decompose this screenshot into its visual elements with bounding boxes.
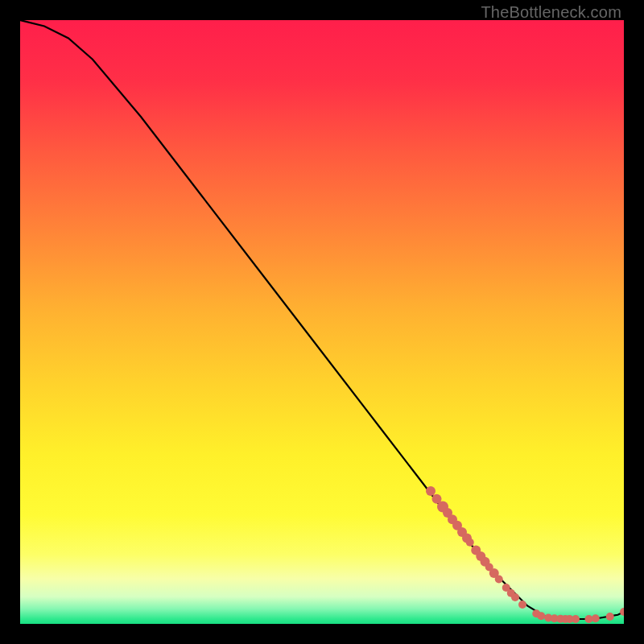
- scatter-point: [572, 615, 580, 623]
- scatter-point: [606, 613, 614, 621]
- scatter-point: [592, 614, 600, 622]
- scatter-point: [537, 612, 545, 620]
- chart-svg: [20, 20, 624, 624]
- chart-frame: TheBottleneck.com: [0, 0, 644, 644]
- scatter-point: [426, 486, 436, 496]
- watermark-text: TheBottleneck.com: [481, 3, 621, 22]
- scatter-point: [518, 601, 526, 609]
- plot-area: [20, 20, 624, 624]
- scatter-point: [511, 593, 519, 601]
- gradient-background: [20, 20, 624, 624]
- scatter-point: [495, 576, 503, 584]
- scatter-point: [466, 539, 474, 547]
